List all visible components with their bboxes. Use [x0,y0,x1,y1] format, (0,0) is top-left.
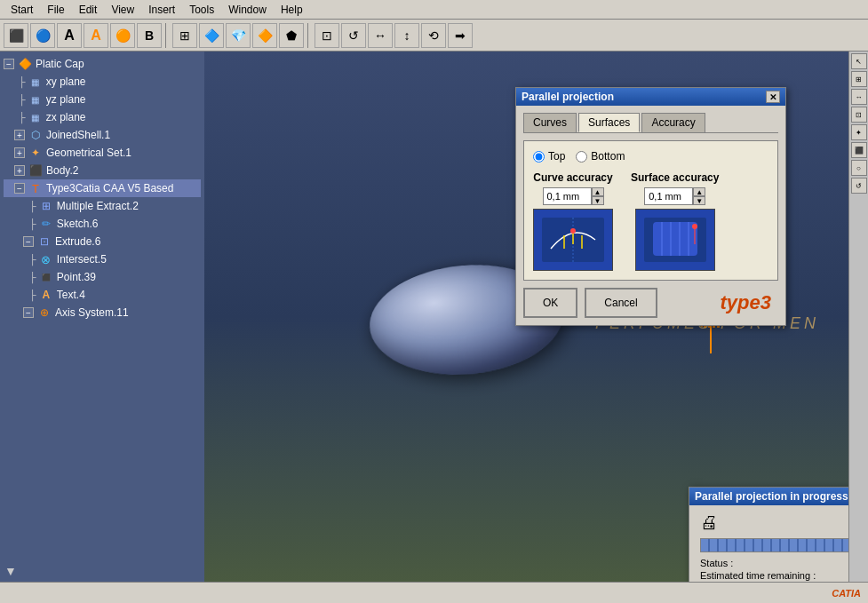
joined-shell-expand[interactable]: + [14,130,25,140]
tree-label-body: Body.2 [46,164,78,177]
toolbar-btn-5[interactable]: 🟠 [110,23,135,48]
body-icon: ⬛ [27,163,44,178]
body-expand[interactable]: + [14,165,25,176]
toolbar-btn-14[interactable]: ↔ [368,23,393,48]
tree-item-intersect5[interactable]: ├ ⊗ Intersect.5 [4,250,201,268]
type3-logo: type3 [665,288,778,318]
tree-item-multiple-extract[interactable]: ├ ⊞ Multiple Extract.2 [4,197,201,215]
tree-label-type3catia: Type3Catia CAA V5 Based [46,182,173,194]
menu-file[interactable]: File [40,2,71,18]
accuracy-section: Curve accuracy ▲ ▼ [533,171,768,271]
tab-curves[interactable]: Curves [523,113,577,132]
dialog-buttons-pp: OK Cancel type3 [523,288,778,318]
surface-spinner-up[interactable]: ▲ [693,187,705,196]
menu-start[interactable]: Start [4,2,40,18]
curve-accuracy-input-row: ▲ ▼ [543,187,604,205]
toolbar-btn-10[interactable]: 🔶 [252,23,277,48]
radio-bottom[interactable]: Bottom [576,150,625,163]
sketch-icon: ✏ [37,217,55,231]
time-info: Estimated time remaining : 0sec [700,570,848,581]
geo-set-expand[interactable]: + [14,147,25,158]
toolbar-btn-9[interactable]: 💎 [226,23,251,48]
tree-scroll-down[interactable]: ▼ [4,564,17,578]
viewport-3d[interactable]: Y X PERFUMES FOR MEN CATIA Parallel proj… [204,52,848,582]
curve-accuracy-field[interactable] [543,187,592,205]
toolbar-btn-8[interactable]: 🔷 [199,23,224,48]
toolbar-btn-3[interactable]: A [57,23,82,48]
tree-item-extrude6[interactable]: − ⊡ Extrude.6 [4,233,201,250]
progress-dialog-content: 🖨 Projecting curves on surfaces Status :… [689,505,848,582]
time-label: Estimated time remaining : [700,570,816,581]
menu-edit[interactable]: Edit [72,2,105,18]
toolbar-btn-4[interactable]: A [84,23,108,48]
menu-view[interactable]: View [104,2,141,18]
progress-bar-container [700,538,848,552]
progress-icon-row: 🖨 Projecting curves on surfaces [700,512,848,533]
toolbar-btn-17[interactable]: ➡ [448,23,473,48]
tree-item-joined-shell[interactable]: + ⬡ JoinedShell.1 [4,126,201,144]
surface-spinner-down[interactable]: ▼ [693,196,705,205]
dialog-titlebar-progress: Parallel projection in progress ✕ [689,488,848,505]
catia-bottom-logo: CATIA [832,588,861,599]
toolbar-btn-2[interactable]: 🔵 [30,23,55,48]
tree-item-geo-set[interactable]: + ✦ Geometrical Set.1 [4,144,201,162]
tree-item-zx-plane[interactable]: ├ ▦ zx plane [4,108,201,126]
menu-insert[interactable]: Insert [141,2,182,18]
surface-accuracy-preview [635,209,715,271]
radio-top[interactable]: Top [533,150,565,163]
type3-expand[interactable]: − [14,183,25,194]
right-btn-1[interactable]: ↖ [851,53,867,69]
toolbar-btn-13[interactable]: ↺ [341,23,366,48]
tree-item-text4[interactable]: ├ A Text.4 [4,286,201,304]
right-btn-3[interactable]: ↔ [851,89,867,105]
right-btn-8[interactable]: ↺ [851,178,867,194]
tree-item-type3catia[interactable]: − T Type3Catia CAA V5 Based [4,179,201,197]
dialog-close-pp[interactable]: ✕ [766,91,780,103]
right-btn-2[interactable]: ⊞ [851,71,867,87]
right-btn-5[interactable]: ✦ [851,124,867,140]
radio-top-input[interactable] [533,151,545,163]
menu-tools[interactable]: Tools [182,2,221,18]
extrude-expand[interactable]: − [23,236,34,247]
tree-item-sketch6[interactable]: ├ ✏ Sketch.6 [4,215,201,233]
toolbar-btn-1[interactable]: ⬛ [4,23,28,48]
main-area: − 🔶 Platic Cap ├ ▦ xy plane ├ ▦ yz plane… [0,52,868,582]
tree-item-xy-plane[interactable]: ├ ▦ xy plane [4,73,201,91]
progress-message: Projecting curves on surfaces [725,517,848,529]
extract-icon: ⊞ [37,199,55,213]
tree-item-body[interactable]: + ⬛ Body.2 [4,162,201,179]
toolbar-btn-16[interactable]: ⟲ [421,23,446,48]
menu-window[interactable]: Window [221,2,274,18]
tree-root-expand[interactable]: − [4,59,14,69]
toolbar-btn-7[interactable]: ⊞ [172,23,197,48]
axis-expand[interactable]: − [23,307,34,318]
toolbar-separator-1 [165,23,169,48]
curve-spinner-up[interactable]: ▲ [592,187,604,196]
curve-spinner-down[interactable]: ▼ [592,196,604,205]
toolbar-btn-11[interactable]: ⬟ [279,23,304,48]
toolbar-btn-6[interactable]: B [137,23,162,48]
tree-root[interactable]: − 🔶 Platic Cap [4,55,201,73]
tab-content-pp: Top Bottom Curve accuracy [523,140,778,281]
tab-accuracy[interactable]: Accuracy [641,113,705,132]
tree-item-axis-system[interactable]: − ⊕ Axis System.11 [4,304,201,321]
radio-bottom-input[interactable] [576,151,587,163]
tab-surfaces[interactable]: Surfaces [578,113,640,132]
ok-button-pp[interactable]: OK [523,288,577,318]
tree-item-point39[interactable]: ├ ⬛ Point.39 [4,268,201,286]
tree-label-axis-system: Axis System.11 [55,306,129,319]
right-btn-7[interactable]: ○ [851,160,867,176]
curve-accuracy-spinner: ▲ ▼ [592,187,604,205]
toolbar-btn-15[interactable]: ↕ [394,23,419,48]
surface-accuracy-field[interactable] [644,187,693,205]
tree-label-intersect5: Intersect.5 [57,253,107,266]
tree-label-yz-plane: yz plane [46,93,86,106]
tree-item-yz-plane[interactable]: ├ ▦ yz plane [4,91,201,108]
right-btn-4[interactable]: ⊡ [851,107,867,123]
menu-help[interactable]: Help [274,2,310,18]
toolbar-btn-12[interactable]: ⊡ [315,23,339,48]
progress-dialog-title: Parallel projection in progress [695,490,848,503]
right-btn-6[interactable]: ⬛ [851,142,867,158]
cancel-button-pp[interactable]: Cancel [585,288,657,318]
tree-label-xy-plane: xy plane [46,75,86,88]
